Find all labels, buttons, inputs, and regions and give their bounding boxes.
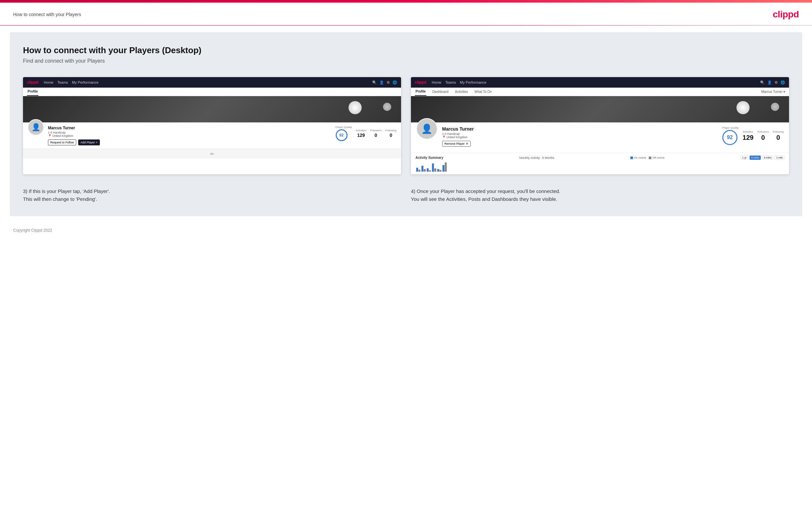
left-nav-myperformance[interactable]: My Performance (72, 80, 99, 84)
description-right-text: 4) Once your Player has accepted your re… (411, 188, 560, 202)
left-tab-profile[interactable]: Profile (27, 88, 39, 96)
right-app-logo: clippd (415, 80, 426, 84)
right-user-icon[interactable]: 👤 (767, 80, 772, 84)
right-stat-followers: Followers 0 (757, 130, 769, 142)
right-avatar-icon: 👤 (421, 123, 433, 134)
left-hero-image (23, 96, 401, 122)
right-tab-dashboard[interactable]: Dashboard (432, 88, 449, 96)
left-navbar: clippd Home Teams My Performance 🔍 👤 ⚙ 🌐 (23, 77, 401, 88)
right-stats-row: Player Quality 92 Activities 129 Followe… (722, 126, 784, 145)
offcourse-label: Off course (652, 156, 664, 159)
bar-oncourse-5 (437, 169, 439, 172)
location-pin-icon: 📍 (48, 134, 52, 137)
time-filter-1mth[interactable]: 1 mth (774, 156, 784, 160)
right-stat-following: Following 0 (773, 130, 784, 142)
left-player-handicap: 1-5 Handicap (48, 131, 100, 134)
bar-group-1 (416, 168, 420, 172)
right-hero-circle-2 (771, 103, 779, 111)
left-user-icon[interactable]: 👤 (379, 80, 384, 84)
clippd-logo: clippd (773, 9, 799, 20)
right-nav-home[interactable]: Home (432, 80, 441, 84)
activity-chart (415, 162, 784, 172)
descriptions-row: 3) If this is your Player tap, 'Add Play… (23, 187, 789, 203)
legend-offcourse: Off course (649, 156, 664, 159)
activity-header: Activity Summary Monthly Activity · 6 Mo… (415, 156, 784, 160)
bar-offcourse-5 (440, 170, 442, 172)
bar-oncourse-4 (432, 163, 434, 172)
left-profile-actions: Request to Follow Add Player + (48, 139, 100, 146)
breadcrumb: How to connect with your Players (13, 12, 81, 17)
description-left-text: 3) If this is your Player tap, 'Add Play… (23, 188, 110, 202)
main-title: How to connect with your Players (Deskto… (23, 45, 789, 55)
right-navbar: clippd Home Teams My Performance 🔍 👤 ⚙ 🌐 (411, 77, 789, 88)
time-filter-1yr[interactable]: 1 yr (741, 156, 748, 160)
activity-title: Activity Summary (415, 156, 443, 160)
right-tabbar: Profile Dashboard Activities What To On … (411, 88, 789, 96)
right-player-handicap: 1-5 Handicap (442, 132, 474, 135)
screenshot-left: clippd Home Teams My Performance 🔍 👤 ⚙ 🌐… (23, 77, 401, 174)
right-player-details: Marcus Turner 1-5 Handicap 📍 United King… (442, 126, 474, 147)
right-profile-section: 👤 Marcus Turner 1-5 Handicap 📍 United Ki… (411, 122, 789, 153)
right-tab-profile[interactable]: Profile (415, 88, 426, 96)
right-quality-circle: 92 (722, 130, 738, 145)
right-profile-info: Marcus Turner 1-5 Handicap 📍 United King… (442, 126, 784, 149)
left-hero-circle-2 (383, 103, 391, 111)
left-player-location: 📍 United Kingdom (48, 134, 100, 137)
pen-icon: ✏ (210, 151, 214, 157)
left-nav-teams[interactable]: Teams (57, 80, 68, 84)
left-hero-circle-1 (349, 101, 362, 114)
right-remove-action: Remove Player ✕ (442, 141, 474, 147)
bar-offcourse-2 (424, 169, 426, 172)
right-globe-icon[interactable]: 🌐 (780, 80, 785, 84)
add-player-button[interactable]: Add Player + (78, 139, 100, 146)
bar-oncourse-6 (443, 165, 445, 172)
remove-player-button[interactable]: Remove Player ✕ (442, 141, 471, 147)
left-stat-quality: Player Quality 92 (336, 126, 352, 141)
screenshot-right: clippd Home Teams My Performance 🔍 👤 ⚙ 🌐… (411, 77, 789, 174)
right-stat-quality: Player Quality 92 (722, 126, 739, 145)
top-accent-bar (0, 0, 812, 3)
right-tab-activities[interactable]: Activities (454, 88, 468, 96)
right-nav-myperformance[interactable]: My Performance (460, 80, 487, 84)
page-footer: Copyright Clippd 2022 (0, 223, 812, 238)
right-tab-whattodon[interactable]: What To On (474, 88, 493, 96)
right-location-pin-icon: 📍 (442, 135, 446, 139)
right-hero-circle-1 (737, 101, 750, 114)
right-nav-teams[interactable]: Teams (445, 80, 456, 84)
left-tabbar: Profile (23, 88, 401, 96)
bar-offcourse-1 (418, 170, 420, 172)
right-avatar: 👤 (416, 118, 438, 139)
main-subtitle: Find and connect with your Players (23, 58, 789, 64)
bar-group-3 (427, 168, 431, 172)
left-nav-home[interactable]: Home (44, 80, 53, 84)
screenshots-row: clippd Home Teams My Performance 🔍 👤 ⚙ 🌐… (23, 77, 789, 174)
right-player-location: 📍 United Kingdom (442, 135, 474, 139)
left-settings-icon[interactable]: ⚙ (387, 80, 390, 84)
main-content: How to connect with your Players (Deskto… (10, 32, 802, 216)
description-right: 4) Once your Player has accepted your re… (411, 187, 789, 203)
left-player-details: Marcus Turner 1-5 Handicap 📍 United King… (48, 126, 100, 146)
bar-offcourse-3 (429, 170, 431, 172)
right-tab-user[interactable]: Marcus Turner ▾ (761, 90, 785, 94)
left-nav-right: 🔍 👤 ⚙ 🌐 (372, 80, 397, 84)
left-globe-icon[interactable]: 🌐 (393, 80, 397, 84)
page-header: How to connect with your Players clippd (0, 3, 812, 25)
request-follow-button[interactable]: Request to Follow (48, 139, 76, 146)
time-filter-6mths[interactable]: 6 mths (750, 156, 761, 160)
right-nav-items: Home Teams My Performance (432, 80, 486, 84)
right-nav-right: 🔍 👤 ⚙ 🌐 (760, 80, 785, 84)
bar-group-6 (443, 162, 447, 172)
footer-copyright: Copyright Clippd 2022 (13, 228, 52, 233)
right-settings-icon[interactable]: ⚙ (774, 80, 778, 84)
bar-group-2 (421, 166, 426, 172)
offcourse-dot (649, 157, 651, 159)
description-left: 3) If this is your Player tap, 'Add Play… (23, 187, 401, 203)
right-activity-summary: Activity Summary Monthly Activity · 6 Mo… (411, 153, 789, 174)
left-avatar-icon: 👤 (32, 123, 40, 131)
left-search-icon[interactable]: 🔍 (372, 80, 377, 84)
left-nav-items: Home Teams My Performance (44, 80, 98, 84)
right-search-icon[interactable]: 🔍 (760, 80, 765, 84)
time-filter-3mths[interactable]: 3 mths (762, 156, 773, 160)
bar-offcourse-6 (445, 162, 447, 172)
oncourse-dot (630, 157, 633, 159)
